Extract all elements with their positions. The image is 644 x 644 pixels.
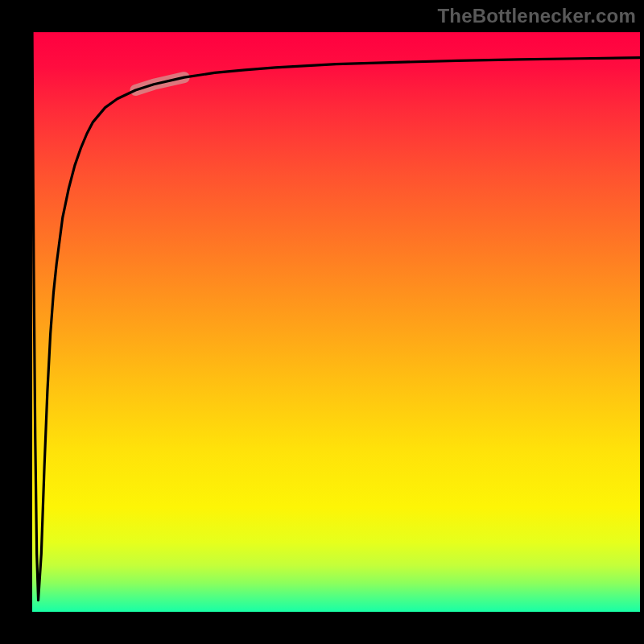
plot-area (32, 32, 640, 612)
chart-frame: TheBottlenecker.com (0, 0, 644, 644)
curve-svg (32, 32, 640, 612)
watermark-text: TheBottlenecker.com (437, 5, 636, 27)
curve-line (32, 32, 640, 601)
